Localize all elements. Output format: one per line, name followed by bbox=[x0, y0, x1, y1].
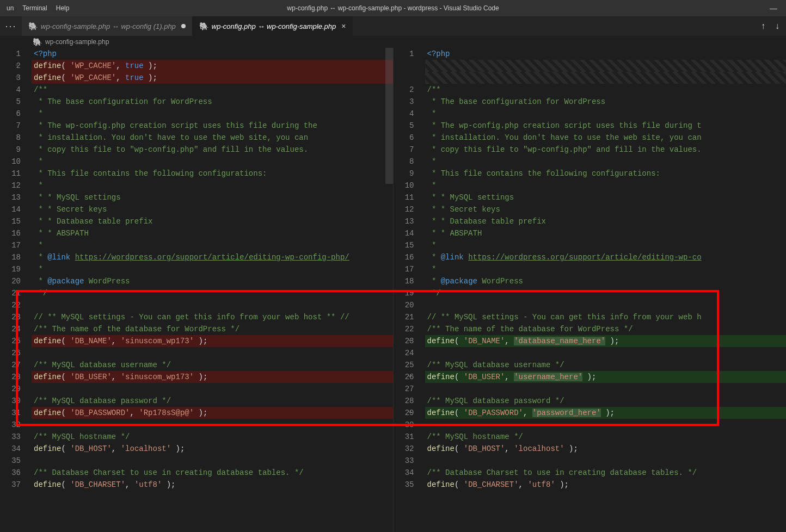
left-pane[interactable]: 12−3−45678910111213141516171819202122232… bbox=[0, 48, 393, 532]
tab-bar: ··· 🐘 wp-config-sample.php ↔ wp-config (… bbox=[0, 16, 786, 36]
breadcrumb: 🐘 wp-config-sample.php bbox=[0, 36, 786, 48]
right-gutter: 1234567891011121314151617181920212223+24… bbox=[394, 48, 425, 532]
right-pane[interactable]: 1234567891011121314151617181920212223+24… bbox=[394, 48, 787, 532]
menu-bar: un Terminal Help bbox=[0, 0, 73, 16]
breadcrumb-file[interactable]: wp-config-sample.php bbox=[45, 38, 109, 46]
tab-wp-config-diff[interactable]: 🐘 wp-config.php ↔ wp-config-sample.php × bbox=[193, 16, 353, 36]
dirty-indicator-icon bbox=[181, 24, 186, 28]
minimize-button[interactable]: — bbox=[761, 0, 786, 16]
left-code[interactable]: <?phpdefine( 'WP_CACHE', true );define( … bbox=[32, 48, 393, 532]
prev-change-icon[interactable]: ↑ bbox=[759, 21, 767, 31]
left-gutter: 12−3−45678910111213141516171819202122232… bbox=[0, 48, 32, 532]
menu-terminal[interactable]: Terminal bbox=[18, 0, 51, 16]
php-icon: 🐘 bbox=[28, 22, 38, 30]
menu-run[interactable]: un bbox=[2, 0, 18, 16]
left-scrollbar[interactable] bbox=[385, 48, 393, 532]
tab-actions: ↑ ↓ bbox=[759, 16, 786, 36]
close-icon[interactable]: × bbox=[341, 22, 346, 30]
tab-wp-config-1[interactable]: 🐘 wp-config-sample.php ↔ wp-config (1).p… bbox=[22, 16, 193, 36]
title-bar: un Terminal Help wp-config.php ↔ wp-conf… bbox=[0, 0, 786, 16]
menu-help[interactable]: Help bbox=[52, 0, 74, 16]
php-icon: 🐘 bbox=[199, 22, 208, 30]
more-tabs-button[interactable]: ··· bbox=[0, 16, 22, 36]
php-icon: 🐘 bbox=[33, 38, 42, 46]
tab-label: wp-config-sample.php ↔ wp-config (1).php bbox=[41, 22, 176, 30]
window-title: wp-config.php ↔ wp-config-sample.php - w… bbox=[287, 4, 499, 12]
tab-label: wp-config.php ↔ wp-config-sample.php bbox=[212, 22, 336, 30]
right-code[interactable]: <?php /** * The base configuration for W… bbox=[425, 48, 787, 532]
diff-editor: 12−3−45678910111213141516171819202122232… bbox=[0, 48, 786, 532]
next-change-icon[interactable]: ↓ bbox=[773, 21, 782, 31]
